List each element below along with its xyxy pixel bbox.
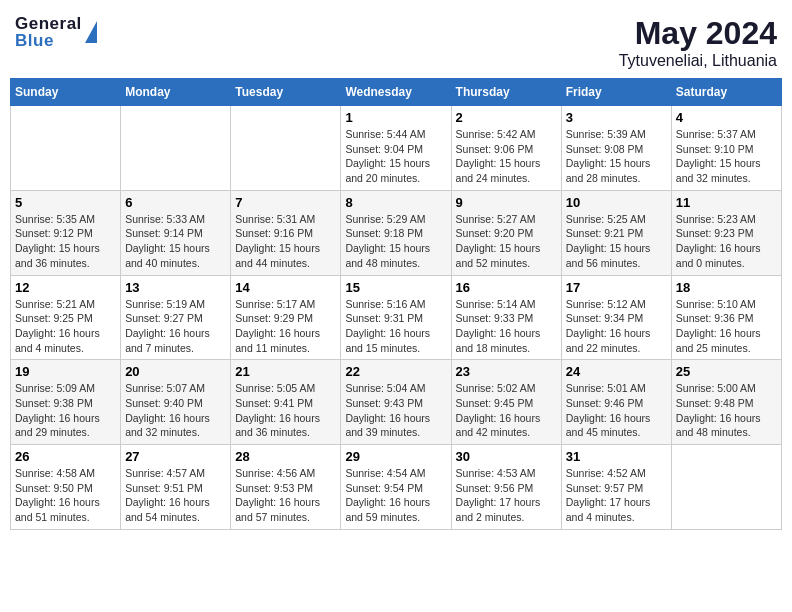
day-number: 11 [676,195,777,210]
calendar-week-row: 26Sunrise: 4:58 AMSunset: 9:50 PMDayligh… [11,445,782,530]
calendar-day-cell: 3Sunrise: 5:39 AMSunset: 9:08 PMDaylight… [561,106,671,191]
day-number: 29 [345,449,446,464]
calendar-day-cell: 19Sunrise: 5:09 AMSunset: 9:38 PMDayligh… [11,360,121,445]
day-number: 1 [345,110,446,125]
day-of-week-header: Monday [121,79,231,106]
day-number: 10 [566,195,667,210]
day-detail: Sunrise: 4:56 AMSunset: 9:53 PMDaylight:… [235,466,336,525]
calendar-body: 1Sunrise: 5:44 AMSunset: 9:04 PMDaylight… [11,106,782,530]
day-number: 3 [566,110,667,125]
calendar-day-cell: 25Sunrise: 5:00 AMSunset: 9:48 PMDayligh… [671,360,781,445]
day-number: 7 [235,195,336,210]
day-detail: Sunrise: 5:14 AMSunset: 9:33 PMDaylight:… [456,297,557,356]
title-area: May 2024 Tytuveneliai, Lithuania [619,15,777,70]
calendar-week-row: 12Sunrise: 5:21 AMSunset: 9:25 PMDayligh… [11,275,782,360]
day-of-week-header: Thursday [451,79,561,106]
day-number: 23 [456,364,557,379]
day-number: 24 [566,364,667,379]
calendar-day-cell: 20Sunrise: 5:07 AMSunset: 9:40 PMDayligh… [121,360,231,445]
calendar-day-cell: 30Sunrise: 4:53 AMSunset: 9:56 PMDayligh… [451,445,561,530]
day-detail: Sunrise: 5:23 AMSunset: 9:23 PMDaylight:… [676,212,777,271]
calendar-day-cell: 28Sunrise: 4:56 AMSunset: 9:53 PMDayligh… [231,445,341,530]
day-detail: Sunrise: 5:10 AMSunset: 9:36 PMDaylight:… [676,297,777,356]
calendar-header: SundayMondayTuesdayWednesdayThursdayFrid… [11,79,782,106]
day-number: 25 [676,364,777,379]
calendar-day-cell: 5Sunrise: 5:35 AMSunset: 9:12 PMDaylight… [11,190,121,275]
day-of-week-header: Saturday [671,79,781,106]
day-detail: Sunrise: 5:01 AMSunset: 9:46 PMDaylight:… [566,381,667,440]
day-number: 27 [125,449,226,464]
calendar-day-cell: 9Sunrise: 5:27 AMSunset: 9:20 PMDaylight… [451,190,561,275]
day-number: 16 [456,280,557,295]
day-number: 13 [125,280,226,295]
day-detail: Sunrise: 4:54 AMSunset: 9:54 PMDaylight:… [345,466,446,525]
day-number: 14 [235,280,336,295]
logo: General Blue [15,15,97,49]
empty-calendar-cell [11,106,121,191]
subtitle: Tytuveneliai, Lithuania [619,52,777,70]
logo-triangle-icon [85,21,97,43]
day-detail: Sunrise: 4:57 AMSunset: 9:51 PMDaylight:… [125,466,226,525]
calendar-day-cell: 12Sunrise: 5:21 AMSunset: 9:25 PMDayligh… [11,275,121,360]
calendar-day-cell: 1Sunrise: 5:44 AMSunset: 9:04 PMDaylight… [341,106,451,191]
day-detail: Sunrise: 5:37 AMSunset: 9:10 PMDaylight:… [676,127,777,186]
calendar-week-row: 1Sunrise: 5:44 AMSunset: 9:04 PMDaylight… [11,106,782,191]
day-detail: Sunrise: 5:31 AMSunset: 9:16 PMDaylight:… [235,212,336,271]
empty-calendar-cell [671,445,781,530]
day-detail: Sunrise: 5:42 AMSunset: 9:06 PMDaylight:… [456,127,557,186]
calendar-day-cell: 14Sunrise: 5:17 AMSunset: 9:29 PMDayligh… [231,275,341,360]
day-detail: Sunrise: 5:04 AMSunset: 9:43 PMDaylight:… [345,381,446,440]
calendar-day-cell: 8Sunrise: 5:29 AMSunset: 9:18 PMDaylight… [341,190,451,275]
day-detail: Sunrise: 5:00 AMSunset: 9:48 PMDaylight:… [676,381,777,440]
calendar-day-cell: 31Sunrise: 4:52 AMSunset: 9:57 PMDayligh… [561,445,671,530]
day-number: 30 [456,449,557,464]
calendar-day-cell: 6Sunrise: 5:33 AMSunset: 9:14 PMDaylight… [121,190,231,275]
calendar-day-cell: 18Sunrise: 5:10 AMSunset: 9:36 PMDayligh… [671,275,781,360]
day-number: 17 [566,280,667,295]
day-detail: Sunrise: 5:16 AMSunset: 9:31 PMDaylight:… [345,297,446,356]
day-number: 22 [345,364,446,379]
logo-line1: General [15,15,82,32]
day-number: 8 [345,195,446,210]
day-number: 26 [15,449,116,464]
day-number: 4 [676,110,777,125]
day-number: 28 [235,449,336,464]
day-of-week-header: Tuesday [231,79,341,106]
day-number: 19 [15,364,116,379]
calendar-day-cell: 7Sunrise: 5:31 AMSunset: 9:16 PMDaylight… [231,190,341,275]
calendar-day-cell: 4Sunrise: 5:37 AMSunset: 9:10 PMDaylight… [671,106,781,191]
calendar-day-cell: 24Sunrise: 5:01 AMSunset: 9:46 PMDayligh… [561,360,671,445]
calendar-week-row: 19Sunrise: 5:09 AMSunset: 9:38 PMDayligh… [11,360,782,445]
empty-calendar-cell [231,106,341,191]
days-of-week-row: SundayMondayTuesdayWednesdayThursdayFrid… [11,79,782,106]
day-detail: Sunrise: 4:53 AMSunset: 9:56 PMDaylight:… [456,466,557,525]
day-number: 15 [345,280,446,295]
day-detail: Sunrise: 5:27 AMSunset: 9:20 PMDaylight:… [456,212,557,271]
calendar-day-cell: 21Sunrise: 5:05 AMSunset: 9:41 PMDayligh… [231,360,341,445]
calendar-day-cell: 15Sunrise: 5:16 AMSunset: 9:31 PMDayligh… [341,275,451,360]
empty-calendar-cell [121,106,231,191]
day-of-week-header: Sunday [11,79,121,106]
main-title: May 2024 [619,15,777,52]
day-detail: Sunrise: 5:29 AMSunset: 9:18 PMDaylight:… [345,212,446,271]
day-detail: Sunrise: 5:39 AMSunset: 9:08 PMDaylight:… [566,127,667,186]
day-detail: Sunrise: 5:07 AMSunset: 9:40 PMDaylight:… [125,381,226,440]
day-detail: Sunrise: 5:05 AMSunset: 9:41 PMDaylight:… [235,381,336,440]
calendar-day-cell: 13Sunrise: 5:19 AMSunset: 9:27 PMDayligh… [121,275,231,360]
day-detail: Sunrise: 5:35 AMSunset: 9:12 PMDaylight:… [15,212,116,271]
day-number: 21 [235,364,336,379]
calendar-week-row: 5Sunrise: 5:35 AMSunset: 9:12 PMDaylight… [11,190,782,275]
day-number: 6 [125,195,226,210]
day-detail: Sunrise: 4:52 AMSunset: 9:57 PMDaylight:… [566,466,667,525]
day-number: 5 [15,195,116,210]
calendar-table: SundayMondayTuesdayWednesdayThursdayFrid… [10,78,782,530]
day-detail: Sunrise: 5:09 AMSunset: 9:38 PMDaylight:… [15,381,116,440]
calendar-day-cell: 11Sunrise: 5:23 AMSunset: 9:23 PMDayligh… [671,190,781,275]
calendar-day-cell: 29Sunrise: 4:54 AMSunset: 9:54 PMDayligh… [341,445,451,530]
calendar-day-cell: 16Sunrise: 5:14 AMSunset: 9:33 PMDayligh… [451,275,561,360]
day-detail: Sunrise: 5:02 AMSunset: 9:45 PMDaylight:… [456,381,557,440]
calendar-day-cell: 17Sunrise: 5:12 AMSunset: 9:34 PMDayligh… [561,275,671,360]
day-detail: Sunrise: 4:58 AMSunset: 9:50 PMDaylight:… [15,466,116,525]
day-number: 18 [676,280,777,295]
day-detail: Sunrise: 5:12 AMSunset: 9:34 PMDaylight:… [566,297,667,356]
